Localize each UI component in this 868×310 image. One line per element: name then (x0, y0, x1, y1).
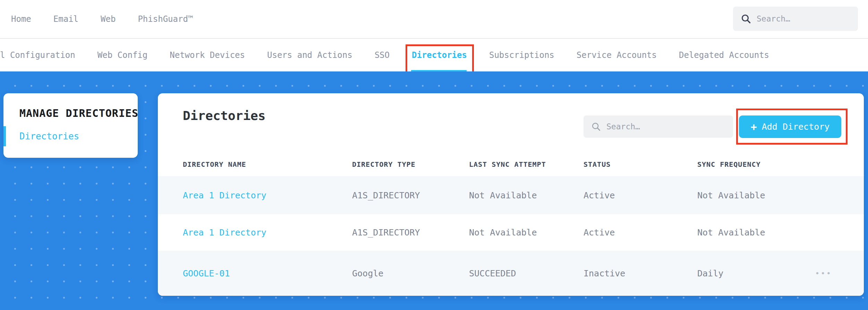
tab-delegated-accounts[interactable]: Delegated Accounts (679, 50, 769, 60)
directory-type-cell: Google (352, 268, 469, 278)
plus-icon: + (751, 122, 757, 132)
column-sync-frequency: SYNC FREQUENCY (697, 160, 864, 169)
directories-search-input[interactable] (606, 122, 725, 131)
active-item-indicator (3, 126, 6, 146)
global-search-input[interactable] (757, 14, 850, 23)
tab-directories-label: Directories (412, 50, 467, 60)
directory-name-link[interactable]: Area 1 Directory (183, 190, 352, 200)
tab-network-devices[interactable]: Network Devices (170, 50, 245, 60)
table-row: Area 1 Directory A1S_DIRECTORY Not Avail… (158, 176, 864, 214)
manage-directories-card: MANAGE DIRECTORIES Directories (3, 93, 138, 158)
directory-type-cell: A1S_DIRECTORY (352, 227, 469, 238)
tab-directories[interactable]: Directories (412, 50, 467, 60)
table-row: GOOGLE-01 Google SUCCEEDED Inactive Dail… (158, 251, 864, 296)
config-tab-bar: l Configuration Web Config Network Devic… (0, 39, 868, 71)
sync-frequency-cell: Not Available (697, 190, 864, 200)
table-row: Area 1 Directory A1S_DIRECTORY Not Avail… (158, 214, 864, 251)
column-directory-type: DIRECTORY TYPE (352, 160, 469, 169)
sidebar-item-label: Directories (19, 131, 79, 141)
global-search[interactable] (733, 7, 858, 31)
tab-web-config[interactable]: Web Config (97, 50, 148, 60)
column-last-sync-attempt: LAST SYNC ATTEMPT (469, 160, 584, 169)
directory-name-link[interactable]: GOOGLE-01 (183, 268, 352, 278)
last-sync-attempt-cell: Not Available (469, 190, 584, 200)
sync-frequency-cell: Daily (697, 268, 864, 278)
nav-item-web[interactable]: Web (101, 14, 116, 24)
table-header: DIRECTORY NAME DIRECTORY TYPE LAST SYNC … (158, 153, 864, 176)
top-nav-bar: Home Email Web PhishGuard™ (0, 0, 868, 39)
add-directory-button[interactable]: + Add Directory (739, 115, 841, 138)
sync-frequency-cell: Not Available (697, 227, 864, 238)
tab-service-accounts[interactable]: Service Accounts (577, 50, 657, 60)
last-sync-attempt-cell: Not Available (469, 227, 584, 238)
sidebar-item-directories[interactable]: Directories (3, 131, 138, 141)
table-body: Area 1 Directory A1S_DIRECTORY Not Avail… (158, 176, 864, 296)
nav-item-home[interactable]: Home (11, 14, 31, 24)
nav-item-email[interactable]: Email (53, 14, 78, 24)
page-title: Directories (183, 109, 265, 123)
directories-panel: Directories + Add Directory DIRECTORY NA… (158, 93, 864, 296)
status-cell: Active (584, 190, 697, 200)
nav-item-phishguard[interactable]: PhishGuard™ (138, 14, 193, 24)
last-sync-attempt-cell: SUCCEEDED (469, 268, 584, 278)
column-status: STATUS (584, 160, 697, 169)
directory-type-cell: A1S_DIRECTORY (352, 190, 469, 200)
column-directory-name: DIRECTORY NAME (183, 160, 352, 169)
status-cell: Inactive (584, 268, 697, 278)
row-actions-menu-icon[interactable]: ••• (815, 269, 832, 278)
add-directory-label: Add Directory (762, 122, 830, 132)
search-icon (741, 14, 751, 24)
tab-email-configuration[interactable]: l Configuration (0, 50, 75, 60)
directory-name-link[interactable]: Area 1 Directory (183, 227, 352, 238)
status-cell: Active (584, 227, 697, 238)
search-icon (591, 122, 601, 131)
directories-search[interactable] (584, 115, 733, 138)
tab-subscriptions[interactable]: Subscriptions (489, 50, 554, 60)
sidebar-heading: MANAGE DIRECTORIES (3, 107, 138, 119)
tab-users-and-actions[interactable]: Users and Actions (267, 50, 352, 60)
page-background: MANAGE DIRECTORIES Directories Directori… (0, 71, 868, 310)
tab-sso[interactable]: SSO (375, 50, 390, 60)
